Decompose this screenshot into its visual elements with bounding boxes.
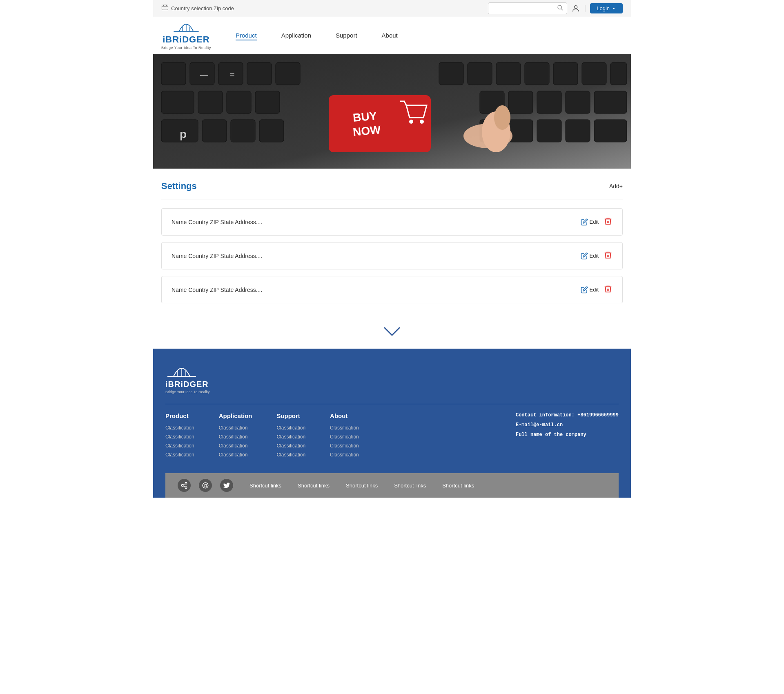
footer-col-support: SupportClassificationClassificationClass…	[276, 412, 305, 461]
address-text: Name Country ZIP State Address....	[172, 287, 262, 293]
svg-line-2	[561, 9, 563, 10]
footer-link[interactable]: Classification	[219, 443, 252, 449]
nav-links: Product Application Support About	[236, 32, 398, 39]
svg-rect-25	[255, 91, 280, 113]
footer-col-product: ProductClassificationClassificationClass…	[165, 412, 194, 461]
logo-svg	[172, 21, 200, 34]
login-button[interactable]: Login	[590, 3, 623, 13]
card-actions: Edit	[581, 251, 612, 261]
delete-button[interactable]	[604, 217, 612, 227]
svg-rect-10	[161, 62, 186, 85]
footer-top: iBRiDGER Bridge Your Idea To Reality	[165, 365, 619, 394]
user-icon[interactable]	[571, 4, 580, 13]
svg-point-56	[181, 485, 183, 487]
svg-line-59	[183, 484, 185, 485]
svg-rect-36	[508, 120, 533, 142]
edit-button[interactable]: Edit	[581, 286, 599, 294]
footer-company: Full name of the company	[516, 432, 619, 438]
shortcut-link[interactable]: Shortcut links	[394, 483, 426, 489]
svg-rect-27	[508, 91, 533, 113]
svg-text:=: =	[230, 70, 235, 79]
footer-link[interactable]: Classification	[165, 425, 194, 431]
svg-line-58	[183, 486, 185, 487]
settings-divider	[161, 200, 623, 200]
footer-link[interactable]: Classification	[276, 443, 305, 449]
footer-link[interactable]: Classification	[330, 443, 359, 449]
svg-rect-21	[610, 62, 627, 85]
share-icon[interactable]	[178, 479, 191, 492]
logo[interactable]: iBRiDGER Bridge Your Idea To Reality	[161, 21, 211, 50]
svg-rect-18	[525, 62, 549, 85]
delete-button[interactable]	[604, 285, 612, 295]
logo-tagline: Bridge Your Idea To Reality	[161, 46, 211, 50]
nav-application[interactable]: Application	[281, 32, 311, 39]
shortcut-link[interactable]: Shortcut links	[346, 483, 378, 489]
footer-link[interactable]: Classification	[219, 452, 252, 458]
svg-rect-13	[247, 62, 272, 85]
svg-text:NOW: NOW	[352, 123, 381, 138]
svg-rect-34	[259, 120, 284, 142]
footer-columns-contact: ProductClassificationClassificationClass…	[165, 412, 619, 461]
svg-rect-38	[566, 120, 590, 142]
edit-button[interactable]: Edit	[581, 252, 599, 260]
svg-point-47	[420, 120, 424, 124]
footer-contact: Contact information: +8619966669999 E-ma…	[516, 412, 619, 461]
footer-link[interactable]: Classification	[165, 452, 194, 458]
delete-icon	[604, 285, 612, 294]
footer-col-heading: Application	[219, 412, 252, 419]
delete-icon	[604, 217, 612, 226]
nav-support[interactable]: Support	[336, 32, 357, 39]
footer-link[interactable]: Classification	[330, 434, 359, 440]
footer-link[interactable]: Classification	[276, 425, 305, 431]
svg-point-3	[574, 5, 577, 8]
search-input[interactable]	[488, 4, 554, 13]
delete-button[interactable]	[604, 251, 612, 261]
settings-header: Settings Add+	[161, 181, 623, 191]
svg-text:BUY: BUY	[352, 109, 378, 124]
nav-about[interactable]: About	[382, 32, 398, 39]
footer-link[interactable]: Classification	[276, 434, 305, 440]
shortcut-link[interactable]: Shortcut links	[249, 483, 281, 489]
footer-link[interactable]: Classification	[165, 434, 194, 440]
svg-point-55	[185, 483, 187, 485]
shortcut-link[interactable]: Shortcut links	[298, 483, 330, 489]
svg-rect-33	[231, 120, 255, 142]
svg-rect-22	[161, 91, 194, 113]
shortcut-links: Shortcut linksShortcut linksShortcut lin…	[249, 483, 606, 489]
edit-icon	[581, 218, 588, 226]
shortcut-link[interactable]: Shortcut links	[442, 483, 474, 489]
footer-link[interactable]: Classification	[165, 443, 194, 449]
top-bar: Country selection,Zip code | Login	[153, 0, 631, 17]
footer-col-about: AboutClassificationClassificationClassif…	[330, 412, 359, 461]
address-card: Name Country ZIP State Address.... Edit	[161, 208, 623, 236]
divider: |	[584, 4, 586, 13]
nav-product[interactable]: Product	[236, 32, 257, 39]
footer-link[interactable]: Classification	[330, 452, 359, 458]
footer: iBRiDGER Bridge Your Idea To Reality Pro…	[153, 349, 631, 498]
location-selector[interactable]: Country selection,Zip code	[161, 4, 234, 13]
add-button[interactable]: Add+	[609, 183, 623, 189]
svg-text:p: p	[180, 128, 187, 140]
svg-rect-19	[553, 62, 578, 85]
footer-columns: ProductClassificationClassificationClass…	[165, 412, 516, 461]
svg-rect-28	[537, 91, 561, 113]
edit-button[interactable]: Edit	[581, 218, 599, 226]
chevron-down-icon	[384, 326, 400, 336]
footer-link[interactable]: Classification	[219, 434, 252, 440]
svg-rect-20	[582, 62, 606, 85]
svg-point-46	[409, 120, 413, 124]
footer-link[interactable]: Classification	[276, 452, 305, 458]
card-actions: Edit	[581, 285, 612, 295]
svg-rect-17	[496, 62, 521, 85]
top-bar-right: | Login	[488, 2, 623, 14]
search-button[interactable]	[554, 3, 567, 14]
social-icons	[178, 479, 233, 492]
footer-link[interactable]: Classification	[219, 425, 252, 431]
twitter-icon[interactable]	[220, 479, 233, 492]
footer-col-heading: About	[330, 412, 359, 419]
footer-link[interactable]: Classification	[330, 425, 359, 431]
navbar: iBRiDGER Bridge Your Idea To Reality Pro…	[153, 17, 631, 54]
footer-col-application: ApplicationClassificationClassificationC…	[219, 412, 252, 461]
search-box[interactable]	[488, 2, 567, 14]
weibo-icon[interactable]	[199, 479, 212, 492]
